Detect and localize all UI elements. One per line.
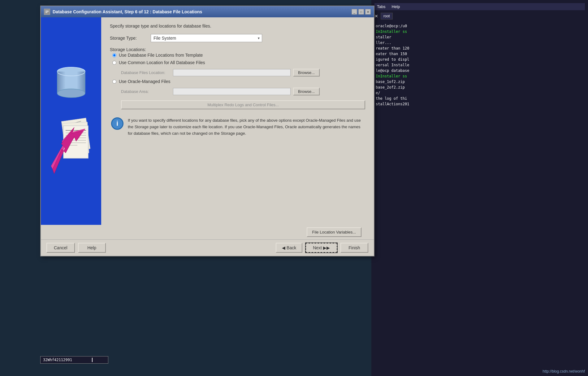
terminal-input[interactable] (43, 358, 93, 362)
terminal-line-3: staller (376, 34, 584, 40)
minimize-button[interactable]: _ (352, 9, 357, 15)
db-area-label: Database Area: (121, 89, 171, 94)
db-files-location-input[interactable] (173, 69, 291, 76)
storage-locations-section: Storage Locations: Use Database File Loc… (110, 47, 365, 109)
radio-oracle-managed[interactable] (112, 80, 116, 84)
app-icon (44, 9, 50, 15)
watermark: http://blog.csdn.net/wonhf (543, 369, 585, 374)
info-icon: i (111, 117, 123, 130)
terminal-line-12: InInstaller ss (376, 73, 584, 79)
title-bar-controls: _ □ ✕ (352, 9, 371, 15)
terminal-panel: Tabs Help ✕ root oracle@ocp:/u0 InInstal… (371, 0, 588, 376)
svg-point-7 (57, 89, 85, 98)
browse-common-button[interactable]: Browse... (293, 69, 320, 77)
next-arrow-icon: ▶▶ (323, 245, 330, 250)
terminal-line-8: igured to displ (376, 57, 584, 62)
cancel-button[interactable]: Cancel (46, 243, 75, 253)
terminal-tab-bar: ✕ root (374, 13, 585, 20)
db-files-location-label: Database Files Location: (121, 70, 171, 75)
terminal-close-btn[interactable]: ✕ (374, 14, 378, 19)
finish-button[interactable]: Finish (340, 243, 368, 253)
restore-button[interactable]: □ (358, 9, 364, 15)
db-files-location-row: Database Files Location: Browse... (121, 69, 365, 77)
close-button[interactable]: ✕ (365, 9, 371, 15)
terminal-input-bar (40, 356, 108, 364)
terminal-line-0: oracle@ocp:/u0 (376, 23, 584, 29)
info-text: If you want to specify different locatio… (128, 117, 364, 137)
terminal-line-7: eater than 150 (376, 51, 584, 57)
radio-template-label[interactable]: Use Database File Locations from Templat… (119, 53, 203, 58)
terminal-line-18: the log of thi (376, 96, 584, 101)
dialog-body: Specify storage type and locations for d… (41, 17, 374, 225)
content-panel: Specify storage type and locations for d… (101, 17, 374, 225)
terminal-content: oracle@ocp:/u0 InInstaller ss staller ll… (374, 22, 585, 108)
title-bar-left: Database Configuration Assistant, Step 6… (44, 9, 202, 15)
terminal-line-10: versal Installe (376, 62, 584, 68)
storage-type-select[interactable]: File System Automatic Storage Management… (151, 34, 262, 42)
db-area-row: Database Area: Browse... (121, 88, 365, 95)
documents-stack-icon (46, 104, 96, 178)
svg-rect-2 (45, 11, 49, 12)
help-button[interactable]: Help (78, 243, 106, 253)
terminal-line-15: base_2of2.zip (376, 85, 584, 90)
dialog-title: Database Configuration Assistant, Step 6… (53, 9, 202, 14)
radio-template[interactable] (112, 53, 116, 57)
next-button[interactable]: Next ▶▶ (305, 243, 337, 253)
terminal-tab[interactable]: root (381, 13, 393, 20)
info-box: i If you want to specify different locat… (110, 116, 365, 138)
radio-common[interactable] (112, 61, 116, 65)
radio-group: Use Database File Locations from Templat… (112, 53, 365, 109)
storage-type-row: Storage Type: File System Automatic Stor… (110, 34, 365, 42)
terminal-line-2: InInstaller ss (376, 29, 584, 34)
illustration-image (45, 45, 97, 197)
nav-bar: Cancel Help ◀ Back Next ▶▶ Finish (41, 240, 374, 256)
terminal-menu-help[interactable]: Help (391, 4, 400, 9)
file-location-variables-button[interactable]: File Location Variables... (307, 227, 361, 237)
storage-type-label: Storage Type: (110, 36, 147, 41)
browse-oracle-button[interactable]: Browse... (293, 88, 320, 95)
radio-option-oracle-managed: Use Oracle-Managed Files (112, 79, 365, 84)
db-cylinder-icon (51, 64, 91, 101)
radio-common-label[interactable]: Use Common Location for All Database Fil… (119, 60, 205, 65)
db-area-input[interactable] (173, 88, 291, 95)
dialog-window: Database Configuration Assistant, Step 6… (40, 6, 374, 256)
terminal-line-11: le@ocp database (376, 68, 584, 73)
terminal-line-4: ller... (376, 40, 584, 46)
illustration-panel (41, 17, 101, 225)
nav-left: Cancel Help (46, 243, 106, 253)
svg-rect-1 (45, 11, 49, 11)
back-button[interactable]: ◀ Back (276, 243, 302, 253)
terminal-line-14: base_1of2.zip (376, 79, 584, 85)
terminal-menu-tabs[interactable]: Tabs (377, 4, 385, 9)
intro-text: Specify storage type and locations for d… (110, 24, 365, 28)
svg-rect-3 (45, 12, 47, 13)
radio-option-common: Use Common Location for All Database Fil… (112, 60, 365, 65)
radio-oracle-managed-label[interactable]: Use Oracle-Managed Files (119, 79, 171, 84)
storage-type-select-wrapper: File System Automatic Storage Management… (151, 34, 262, 42)
terminal-menubar: Tabs Help (374, 3, 585, 10)
storage-locations-label: Storage Locations: (110, 47, 365, 52)
terminal-line-19: stallActions201 (376, 101, 584, 107)
radio-option-template: Use Database File Locations from Templat… (112, 53, 365, 58)
terminal-line-6: reater than 120 (376, 46, 584, 51)
back-arrow-icon: ◀ (282, 245, 285, 250)
terminal-line-16: e/ (376, 90, 584, 96)
title-bar: Database Configuration Assistant, Step 6… (41, 6, 374, 17)
file-location-variables-bar: File Location Variables... (41, 225, 374, 239)
multiplex-button[interactable]: Multiplex Redo Logs and Control Files... (121, 100, 365, 109)
nav-right: ◀ Back Next ▶▶ Finish (276, 243, 368, 253)
